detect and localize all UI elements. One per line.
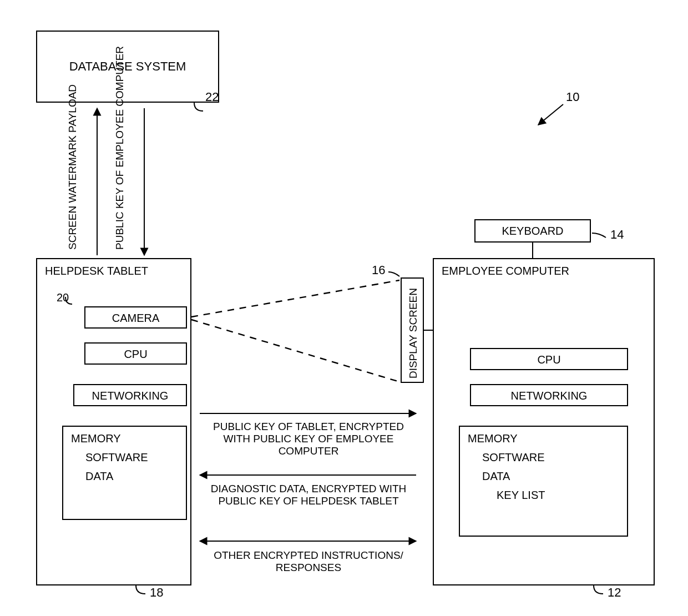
employee-cpu-box: CPU — [470, 348, 628, 370]
employee-ref: 12 — [608, 585, 621, 600]
employee-memory-data: DATA — [482, 470, 510, 483]
employee-title: EMPLOYEE COMPUTER — [442, 265, 569, 277]
tablet-box: HELPDESK TABLET CAMERA 20 CPU NETWORKING… — [36, 258, 191, 585]
tablet-camera-box: CAMERA — [84, 306, 187, 329]
diagram-stage: DATABASE SYSTEM 22 10 SCREEN WATERMARK P… — [0, 0, 688, 616]
keyboard-box: KEYBOARD — [474, 219, 591, 243]
tablet-memory-data: DATA — [85, 470, 113, 483]
employee-memory-sw: SOFTWARE — [482, 451, 545, 464]
employee-memory-keylist: KEY LIST — [497, 489, 545, 502]
employee-box: EMPLOYEE COMPUTER CPU NETWORKING MEMORY … — [433, 258, 655, 585]
tablet-memory-sw: SOFTWARE — [85, 451, 148, 464]
flow-both-label: OTHER ENCRYPTED INSTRUCTIONS/ RESPONSES — [199, 549, 418, 574]
employee-memory-box: MEMORY SOFTWARE DATA KEY LIST — [459, 426, 628, 537]
tablet-title: HELPDESK TABLET — [45, 265, 148, 277]
tablet-camera-ref: 20 — [57, 291, 69, 304]
tablet-ref: 18 — [150, 585, 163, 600]
svg-line-5 — [191, 280, 399, 317]
tablet-memory-label: MEMORY — [71, 432, 121, 445]
keyboard-ref: 14 — [610, 228, 624, 242]
db-up-label: SCREEN WATERMARK PAYLOAD — [67, 117, 79, 250]
keyboard-label: KEYBOARD — [475, 225, 590, 238]
employee-memory-label: MEMORY — [468, 432, 518, 445]
svg-line-0 — [538, 104, 563, 125]
display-box: DISPLAY SCREEN — [401, 277, 424, 383]
flow-right-label: PUBLIC KEY OF TABLET, ENCRYPTED WITH PUB… — [199, 421, 418, 457]
database-title: DATABASE SYSTEM — [37, 59, 218, 74]
db-down-label: PUBLIC KEY OF EMPLOYEE COMPUTER — [114, 117, 126, 250]
tablet-net-box: NETWORKING — [73, 384, 187, 406]
employee-net-box: NETWORKING — [470, 384, 628, 406]
tablet-cpu-box: CPU — [84, 342, 187, 365]
svg-line-6 — [191, 320, 399, 382]
figure-ref: 10 — [566, 90, 579, 104]
database-ref: 22 — [205, 90, 219, 104]
tablet-net-label: NETWORKING — [74, 390, 186, 402]
employee-cpu-label: CPU — [471, 354, 627, 366]
display-ref: 16 — [372, 263, 385, 277]
tablet-cpu-label: CPU — [85, 348, 186, 361]
employee-net-label: NETWORKING — [471, 390, 627, 402]
flow-left-label: DIAGNOSTIC DATA, ENCRYPTED WITH PUBLIC K… — [199, 483, 418, 507]
tablet-camera-label: CAMERA — [85, 312, 186, 325]
database-box: DATABASE SYSTEM — [36, 31, 219, 103]
display-label: DISPLAY SCREEN — [407, 284, 419, 378]
tablet-memory-box: MEMORY SOFTWARE DATA — [62, 426, 187, 520]
